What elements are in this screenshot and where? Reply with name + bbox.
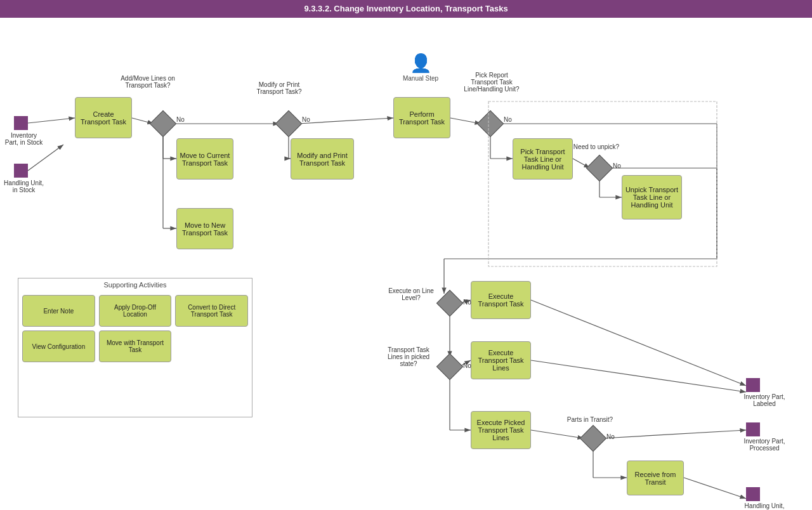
receive-from-transit[interactable]: Receive from Transit bbox=[627, 461, 684, 495]
support-view-config[interactable]: View Configuration bbox=[22, 330, 95, 362]
gateway-label-add-move: Add/Move Lines on Transport Task? bbox=[119, 75, 176, 89]
gateway-modify-print bbox=[275, 110, 302, 137]
svg-rect-36 bbox=[488, 101, 717, 266]
diagram-area: Inventory Part, in Stock Handling Unit, … bbox=[0, 18, 812, 510]
gateway-unpick bbox=[586, 155, 613, 181]
svg-line-29 bbox=[531, 300, 746, 386]
title-bar: 9.3.3.2. Change Inventory Location, Tran… bbox=[0, 0, 812, 18]
gateway-label-transit: Parts in Transit? bbox=[565, 416, 615, 423]
svg-line-2 bbox=[28, 145, 63, 171]
create-transport-task[interactable]: Create Transport Task bbox=[75, 97, 132, 138]
person-icon: 👤 bbox=[398, 53, 443, 74]
label-inv-part-processed: Inventory Part, Processed bbox=[733, 438, 796, 452]
gateway-label-line-level: Execute on Line Level? bbox=[386, 287, 436, 301]
svg-line-30 bbox=[531, 360, 746, 392]
svg-line-32 bbox=[603, 430, 746, 438]
gateway-label-pick: Pick Report Transport Task Line/Handling… bbox=[463, 72, 520, 93]
event-handling-in bbox=[14, 164, 28, 178]
gateway-no-gw4: No bbox=[613, 162, 621, 169]
pick-transport-task[interactable]: Pick Transport Task Line or Handling Uni… bbox=[513, 138, 573, 180]
gateway-picked-state bbox=[436, 353, 463, 380]
label-handling-processed: Handling Unit, Processed bbox=[733, 502, 796, 510]
execute-picked-lines[interactable]: Execute Picked Transport Task Lines bbox=[471, 411, 531, 449]
support-enter-note[interactable]: Enter Note bbox=[22, 295, 95, 327]
page-title: 9.3.3.2. Change Inventory Location, Tran… bbox=[304, 4, 508, 13]
support-convert-direct[interactable]: Convert to Direct Transport Task bbox=[175, 295, 248, 327]
flow-boundary bbox=[487, 100, 719, 271]
svg-line-12 bbox=[450, 118, 481, 124]
gateway-pick-report bbox=[477, 110, 504, 137]
gateway-add-move-lines bbox=[150, 110, 176, 137]
perform-transport-task[interactable]: Perform Transport Task bbox=[393, 97, 450, 138]
label-handling-in: Handling Unit, in Stock bbox=[3, 180, 44, 193]
support-title: Supporting Activities bbox=[18, 278, 252, 291]
modify-print-transport-task[interactable]: Modify and Print Transport Task bbox=[291, 138, 354, 180]
gateway-label-unpick: Need to unpick? bbox=[571, 143, 622, 150]
execute-transport-task[interactable]: Execute Transport Task bbox=[471, 281, 531, 319]
move-new-transport-task[interactable]: Move to New Transport Task bbox=[176, 208, 233, 249]
event-inv-part-in bbox=[14, 116, 28, 130]
event-handling-processed bbox=[746, 487, 760, 501]
label-inv-part-labeled: Inventory Part, Labeled bbox=[733, 393, 796, 407]
gateway-no-gw7: No bbox=[606, 433, 615, 440]
manual-step: 👤 Manual Step bbox=[398, 53, 443, 82]
gateway-label-picked: Transport Task Lines in picked state? bbox=[379, 346, 438, 367]
gateway-label-modify: Modify or Print Transport Task? bbox=[254, 81, 304, 95]
arrows-layer bbox=[0, 18, 812, 510]
svg-line-9 bbox=[298, 118, 393, 124]
execute-transport-task-lines[interactable]: Execute Transport Task Lines bbox=[471, 341, 531, 379]
support-move-with-transport[interactable]: Move with Transport Task bbox=[99, 330, 172, 362]
label-inv-part-in: Inventory Part, in Stock bbox=[3, 132, 44, 146]
svg-line-1 bbox=[28, 118, 75, 123]
move-current-transport-task[interactable]: Move to Current Transport Task bbox=[176, 138, 233, 180]
svg-line-31 bbox=[531, 430, 584, 438]
gateway-no-gw5: No bbox=[463, 299, 471, 306]
event-inv-part-labeled bbox=[746, 378, 760, 392]
support-empty bbox=[175, 330, 248, 362]
support-grid: Enter Note Apply Drop-Off Location Conve… bbox=[18, 291, 252, 366]
support-apply-dropoff[interactable]: Apply Drop-Off Location bbox=[99, 295, 172, 327]
event-inv-part-processed bbox=[746, 422, 760, 436]
gateway-no-gw1: No bbox=[176, 116, 185, 123]
gateway-no-gw2: No bbox=[302, 116, 310, 123]
supporting-activities-box: Supporting Activities Enter Note Apply D… bbox=[18, 278, 252, 417]
gateway-no-gw6: No bbox=[463, 362, 471, 369]
gateway-parts-transit bbox=[580, 425, 606, 452]
svg-line-35 bbox=[684, 478, 746, 499]
gateway-no-gw3: No bbox=[504, 116, 512, 123]
gateway-line-level bbox=[436, 290, 463, 317]
unpick-transport-task[interactable]: Unpick Transport Task Line or Handling U… bbox=[622, 175, 682, 219]
